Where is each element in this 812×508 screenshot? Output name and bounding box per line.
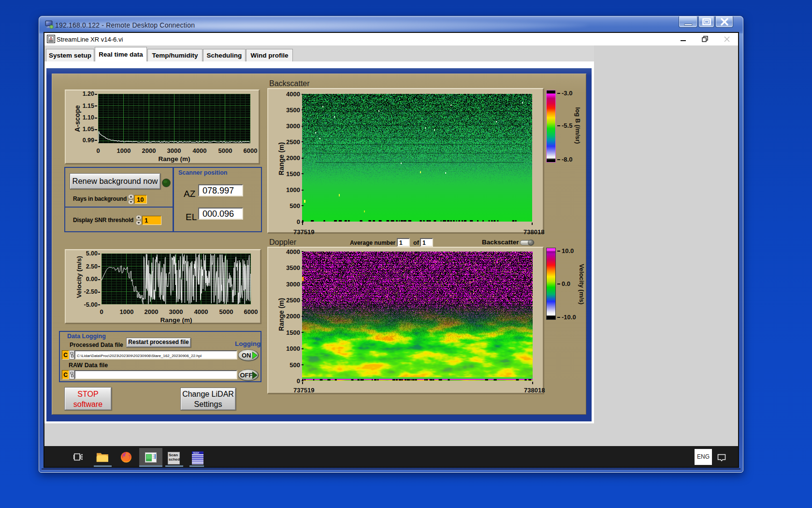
svg-text:SEEK: SEEK	[193, 451, 200, 454]
svg-text:ON: ON	[242, 352, 251, 359]
svg-text:OFF: OFF	[240, 372, 253, 379]
